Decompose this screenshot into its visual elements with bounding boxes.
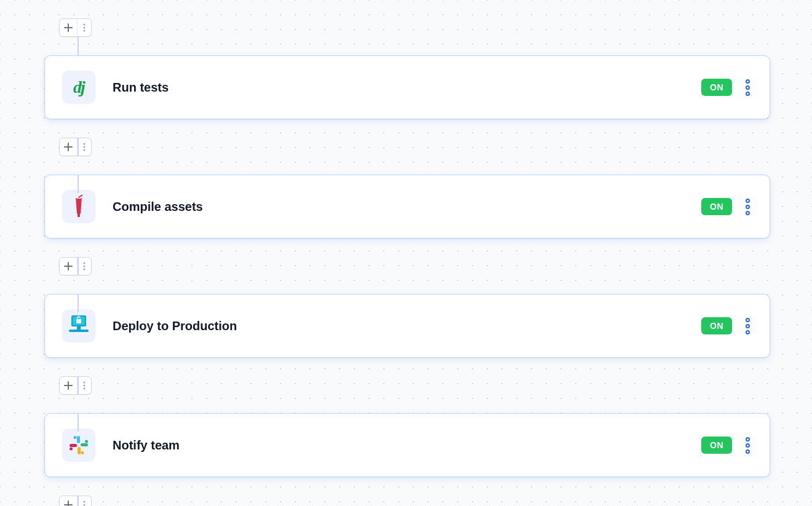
add-action-menu-button[interactable] (78, 258, 91, 275)
connector-line (78, 294, 79, 312)
connector-line (78, 257, 79, 275)
svg-point-24 (81, 451, 84, 454)
action-card-notify-team[interactable]: Notify team ON (44, 413, 770, 477)
plus-icon (64, 500, 73, 506)
toggle-on-badge[interactable]: ON (701, 317, 732, 334)
svg-point-1 (84, 27, 86, 29)
add-action-block (59, 496, 92, 506)
pipeline-segment-trailing (44, 496, 770, 506)
add-action-menu-button[interactable] (78, 496, 91, 506)
svg-point-8 (84, 263, 86, 264)
svg-point-4 (84, 146, 86, 148)
drag-handle[interactable] (743, 77, 752, 98)
pipeline-segment: Deploy to Production ON (44, 257, 770, 358)
add-action-block (59, 376, 92, 395)
connector-line (78, 496, 79, 506)
add-action-block (59, 257, 92, 275)
svg-rect-21 (81, 443, 88, 446)
connector-line (78, 175, 79, 193)
add-action-button[interactable] (60, 19, 77, 36)
svg-point-26 (70, 448, 73, 451)
svg-rect-19 (77, 436, 80, 443)
svg-rect-7 (78, 213, 80, 217)
svg-point-28 (84, 504, 86, 506)
add-action-menu-button[interactable] (78, 138, 91, 156)
add-action-block (59, 18, 92, 37)
drag-handle[interactable] (743, 435, 752, 456)
add-action-button[interactable] (60, 496, 77, 506)
add-action-block (59, 138, 92, 156)
svg-rect-14 (77, 326, 81, 330)
svg-point-9 (84, 266, 86, 267)
svg-point-3 (84, 143, 86, 145)
plus-icon (64, 381, 73, 390)
drag-handle[interactable] (743, 315, 752, 337)
svg-point-20 (74, 436, 77, 439)
plus-icon (64, 143, 73, 151)
action-title: Notify team (113, 438, 701, 453)
action-title: Run tests (113, 81, 701, 95)
plus-icon (64, 262, 73, 271)
svg-point-17 (84, 385, 86, 387)
svg-rect-15 (69, 330, 89, 332)
connector-line (78, 376, 79, 395)
pipeline-segment: Compile assets ON (44, 138, 770, 239)
connector-line (78, 138, 79, 156)
pipeline-segment: Notify team ON (44, 376, 770, 477)
svg-point-22 (85, 440, 88, 443)
action-title: Compile assets (113, 200, 701, 214)
deploy-icon (62, 309, 95, 342)
svg-point-27 (84, 501, 86, 503)
action-card-deploy-production[interactable]: Deploy to Production ON (44, 294, 770, 358)
plus-icon (64, 23, 73, 32)
svg-rect-23 (78, 447, 81, 454)
more-vertical-icon (83, 381, 86, 390)
svg-rect-13 (76, 319, 81, 323)
toggle-on-badge[interactable]: ON (701, 79, 732, 96)
svg-point-18 (84, 388, 86, 390)
svg-point-10 (84, 269, 86, 271)
svg-point-5 (84, 149, 86, 151)
svg-point-16 (84, 382, 86, 384)
add-action-button[interactable] (60, 138, 77, 156)
action-title: Deploy to Production (113, 319, 701, 333)
add-action-menu-button[interactable] (78, 19, 91, 36)
pipeline-container: dj Run tests ON (44, 0, 770, 506)
drag-handle[interactable] (743, 196, 752, 218)
django-icon: dj (62, 71, 95, 104)
more-vertical-icon (83, 23, 86, 32)
svg-point-2 (84, 30, 86, 32)
connector-line (78, 37, 79, 55)
svg-rect-25 (70, 444, 77, 447)
action-card-compile-assets[interactable]: Compile assets ON (44, 175, 770, 239)
toggle-on-badge[interactable]: ON (701, 198, 732, 215)
gulp-icon (62, 190, 95, 223)
more-vertical-icon (83, 262, 86, 271)
action-card-run-tests[interactable]: dj Run tests ON (44, 55, 770, 119)
more-vertical-icon (83, 500, 86, 506)
add-action-menu-button[interactable] (78, 377, 91, 394)
svg-point-0 (84, 24, 86, 26)
connector-line (78, 413, 79, 432)
toggle-on-badge[interactable]: ON (701, 437, 732, 454)
add-action-button[interactable] (60, 258, 77, 275)
pipeline-segment: dj Run tests ON (44, 18, 770, 119)
add-action-button[interactable] (60, 377, 77, 394)
more-vertical-icon (83, 143, 86, 151)
slack-icon (62, 429, 95, 462)
